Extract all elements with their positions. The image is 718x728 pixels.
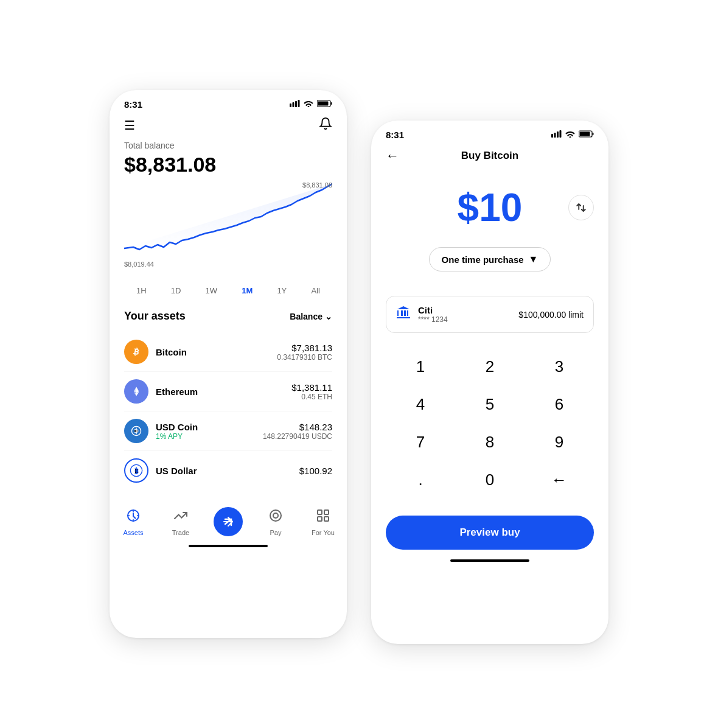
key-9[interactable]: 9	[525, 423, 594, 461]
usdc-values: $148.23 148.22790419 USDC	[263, 422, 332, 441]
left-status-bar: 8:31	[110, 90, 347, 112]
battery-icon	[317, 99, 332, 110]
svg-rect-6	[318, 102, 329, 106]
svg-rect-0	[290, 103, 291, 107]
svg-rect-1	[293, 102, 295, 107]
usd-name: US Dollar	[156, 466, 299, 476]
menu-icon[interactable]: ☰	[124, 118, 135, 133]
trade-label: Trade	[172, 529, 189, 536]
amount-section: $10	[386, 185, 594, 230]
key-6[interactable]: 6	[525, 385, 594, 423]
nav-send[interactable]	[210, 507, 246, 536]
asset-row[interactable]: US Dollar $100.92	[124, 451, 332, 490]
chart-high-label: $8,831.08	[302, 181, 332, 189]
asset-row[interactable]: Bitcoin $7,381.13 0.34179310 BTC	[124, 332, 332, 372]
key-dot[interactable]: .	[386, 461, 455, 499]
key-8[interactable]: 8	[455, 423, 525, 461]
left-phone: 8:31 ☰ Total balance	[110, 90, 347, 638]
usdc-name-block: USD Coin 1% APY	[156, 422, 263, 441]
usdc-icon	[124, 419, 148, 443]
trade-icon	[173, 508, 188, 527]
key-2[interactable]: 2	[455, 348, 525, 385]
usd-name-block: US Dollar	[156, 466, 299, 476]
key-4[interactable]: 4	[386, 385, 455, 423]
key-backspace[interactable]: ←	[525, 461, 594, 499]
eth-crypto: 0.45 ETH	[291, 393, 332, 401]
asset-row[interactable]: Ethereum $1,381.11 0.45 ETH	[124, 372, 332, 411]
svg-rect-2	[295, 101, 297, 107]
btc-values: $7,381.13 0.34179310 BTC	[277, 343, 332, 362]
filter-all[interactable]: All	[306, 284, 324, 298]
right-status-icons	[551, 129, 594, 140]
right-content: ← Buy Bitcoin $10 One time purchase ▼	[371, 142, 608, 562]
eth-name: Ethereum	[156, 387, 291, 397]
svg-rect-19	[551, 134, 553, 138]
usdc-crypto: 148.22790419 USDC	[263, 432, 332, 441]
svg-rect-22	[560, 130, 562, 138]
filter-1y[interactable]: 1Y	[272, 284, 291, 298]
nav-assets[interactable]: Assets	[115, 508, 152, 536]
btc-usd: $7,381.13	[277, 343, 332, 353]
time-filters: 1H 1D 1W 1M 1Y All	[124, 284, 332, 298]
foryou-icon	[316, 508, 330, 527]
bell-icon[interactable]	[319, 117, 332, 133]
payment-method[interactable]: Citi **** 1234 $100,000.00 limit	[386, 296, 594, 333]
assets-title: Your assets	[124, 310, 186, 323]
amount-display: $10	[458, 185, 523, 230]
purchase-type-button[interactable]: One time purchase ▼	[429, 247, 551, 271]
pay-label: Pay	[270, 529, 282, 536]
convert-button[interactable]	[568, 195, 594, 220]
usdc-name: USD Coin	[156, 422, 263, 432]
back-button[interactable]: ←	[386, 148, 399, 164]
usdc-apy: 1% APY	[156, 432, 263, 441]
btc-name-block: Bitcoin	[156, 347, 277, 357]
scene: 8:31 ☰ Total balance	[0, 0, 718, 728]
buy-title: Buy Bitcoin	[461, 150, 518, 162]
top-nav: ☰	[124, 112, 332, 141]
nav-trade[interactable]: Trade	[162, 508, 199, 536]
payment-name: Citi	[418, 305, 518, 315]
battery-icon-right	[579, 129, 594, 140]
svg-rect-24	[593, 133, 594, 135]
asset-row[interactable]: USD Coin 1% APY $148.23 148.22790419 USD…	[124, 411, 332, 451]
nav-pay[interactable]: Pay	[257, 508, 294, 536]
right-status-bar: 8:31	[371, 121, 608, 142]
svg-rect-5	[331, 102, 332, 105]
key-7[interactable]: 7	[386, 423, 455, 461]
chart-low-label: $8,019.44	[124, 261, 154, 268]
purchase-type-label: One time purchase	[442, 254, 524, 265]
nav-foryou[interactable]: For You	[305, 508, 341, 536]
home-indicator-right	[450, 559, 529, 562]
wifi-icon	[304, 99, 313, 110]
svg-rect-15	[318, 510, 322, 514]
key-0[interactable]: 0	[455, 461, 525, 499]
assets-label: Assets	[123, 529, 143, 536]
numpad: 1 2 3 4 5 6 7 8 9 . 0 ←	[386, 348, 594, 499]
filter-1m[interactable]: 1M	[237, 284, 257, 298]
usd-usd: $100.92	[299, 466, 332, 476]
filter-1d[interactable]: 1D	[166, 284, 186, 298]
filter-1w[interactable]: 1W	[201, 284, 223, 298]
home-indicator-left	[189, 545, 268, 547]
svg-point-13	[270, 510, 281, 521]
assets-icon	[126, 508, 141, 527]
right-phone: 8:31 ← Buy Bitcoin $10	[371, 121, 608, 644]
key-1[interactable]: 1	[386, 348, 455, 385]
bottom-nav: Assets Trade Pay	[110, 500, 347, 540]
signal-icon-right	[551, 129, 562, 140]
send-icon	[214, 507, 243, 536]
svg-rect-18	[324, 517, 329, 521]
total-balance-label: Total balance	[124, 141, 332, 150]
preview-buy-button[interactable]: Preview buy	[386, 516, 594, 550]
svg-rect-17	[318, 517, 322, 521]
payment-info: Citi **** 1234	[418, 305, 518, 324]
btc-icon	[124, 340, 148, 364]
key-5[interactable]: 5	[455, 385, 525, 423]
back-header: ← Buy Bitcoin	[386, 142, 594, 170]
payment-account: **** 1234	[418, 315, 518, 324]
key-3[interactable]: 3	[525, 348, 594, 385]
left-status-icons	[290, 99, 332, 110]
assets-header: Your assets Balance ⌄	[124, 310, 332, 323]
balance-filter[interactable]: Balance ⌄	[290, 312, 332, 321]
filter-1h[interactable]: 1H	[131, 284, 152, 298]
